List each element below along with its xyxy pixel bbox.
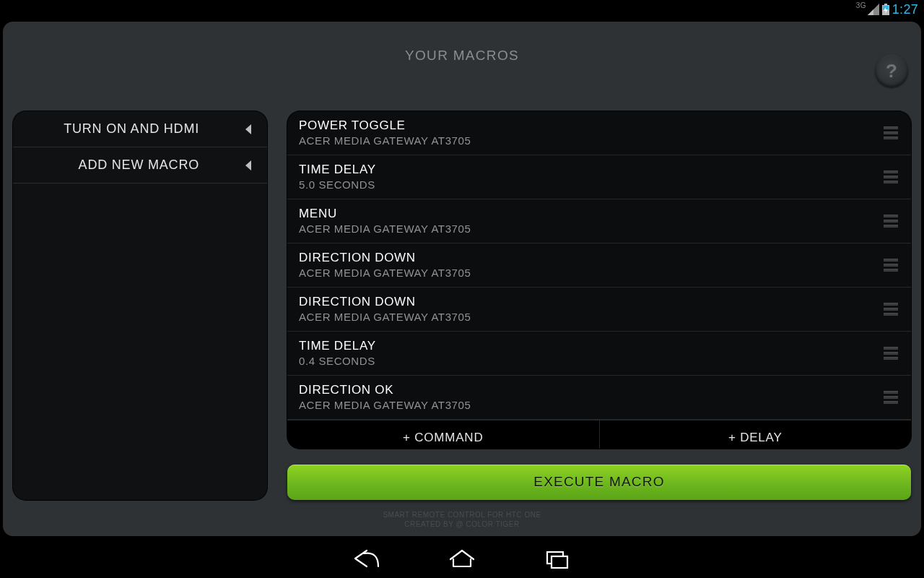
drag-handle-icon[interactable] [884,259,899,272]
chevron-left-icon [245,160,253,171]
signal-icon [868,4,879,15]
chevron-left-icon [245,124,253,134]
step-subtitle: ACER MEDIA GATEWAY AT3705 [299,266,884,280]
macro-sidebar: TURN ON AND HDMI ADD NEW MACRO [13,111,267,500]
step-title: TIME DELAY [299,162,884,178]
page-title: YOUR MACROS [405,48,519,64]
clock: 1:27 [892,2,918,17]
step-title: DIRECTION OK [299,382,884,398]
step-subtitle: 5.0 SECONDS [299,178,884,192]
execute-macro-button[interactable]: EXECUTE MACRO [287,465,911,500]
add-delay-button[interactable]: + DELAY [599,420,912,449]
step-row[interactable]: POWER TOGGLE ACER MEDIA GATEWAY AT3705 [287,111,911,155]
help-icon: ? [886,60,897,82]
step-row[interactable]: TIME DELAY 5.0 SECONDS [287,155,911,199]
step-subtitle: ACER MEDIA GATEWAY AT3705 [299,398,884,413]
svg-marker-7 [245,160,251,171]
add-command-label: + COMMAND [403,431,484,445]
step-row[interactable]: DIRECTION OK ACER MEDIA GATEWAY AT3705 [287,376,911,420]
step-subtitle: 0.4 SECONDS [299,354,884,368]
network-label: 3G [856,2,866,9]
execute-macro-label: EXECUTE MACRO [533,474,664,490]
nav-recent-button[interactable] [541,548,573,569]
drag-handle-icon[interactable] [884,126,899,139]
battery-icon [882,4,889,15]
step-title: DIRECTION DOWN [299,294,884,310]
step-row[interactable]: DIRECTION DOWN ACER MEDIA GATEWAY AT3705 [287,243,911,288]
help-button[interactable]: ? [875,54,908,87]
nav-back-button[interactable] [351,548,383,569]
step-title: TIME DELAY [299,338,884,354]
step-row[interactable]: MENU ACER MEDIA GATEWAY AT3705 [287,199,911,243]
drag-handle-icon[interactable] [884,303,899,316]
add-action-row: + COMMAND + DELAY [287,420,911,449]
footer-credits: SMART REMOTE CONTROL FOR HTC ONE CREATED… [3,510,921,529]
app-window: YOUR MACROS ? TURN ON AND HDMI ADD NEW M… [3,22,921,536]
step-subtitle: ACER MEDIA GATEWAY AT3705 [299,222,884,236]
sidebar-item-add-macro[interactable]: ADD NEW MACRO [13,147,267,184]
svg-marker-6 [245,124,251,134]
drag-handle-icon[interactable] [884,215,899,228]
step-row[interactable]: DIRECTION DOWN ACER MEDIA GATEWAY AT3705 [287,288,911,332]
svg-rect-3 [884,4,887,5]
footer-line2: CREATED BY @ COLOR TIGER [3,519,921,529]
sidebar-item-label: ADD NEW MACRO [79,158,199,173]
svg-marker-1 [868,9,873,15]
svg-rect-9 [552,556,567,568]
android-navbar [0,539,924,578]
drag-handle-icon[interactable] [884,171,899,184]
drag-handle-icon[interactable] [884,391,899,404]
step-list: POWER TOGGLE ACER MEDIA GATEWAY AT3705 T… [287,111,911,449]
android-statusbar: 3G 1:27 [0,0,924,19]
step-title: POWER TOGGLE [299,118,884,134]
add-command-button[interactable]: + COMMAND [287,420,599,449]
sidebar-item-current-macro[interactable]: TURN ON AND HDMI [13,111,267,147]
footer-line1: SMART REMOTE CONTROL FOR HTC ONE [3,510,921,519]
step-title: DIRECTION DOWN [299,250,884,266]
sidebar-item-label: TURN ON AND HDMI [64,121,199,137]
step-subtitle: ACER MEDIA GATEWAY AT3705 [299,134,884,148]
step-title: MENU [299,206,884,222]
step-subtitle: ACER MEDIA GATEWAY AT3705 [299,310,884,324]
app-header: YOUR MACROS ? [3,22,921,90]
drag-handle-icon[interactable] [884,347,899,360]
nav-home-button[interactable] [446,548,478,569]
step-row[interactable]: TIME DELAY 0.4 SECONDS [287,332,911,376]
add-delay-label: + DELAY [728,431,783,445]
app-body: TURN ON AND HDMI ADD NEW MACRO POWER TOG… [13,111,911,500]
macro-editor: POWER TOGGLE ACER MEDIA GATEWAY AT3705 T… [287,111,911,500]
